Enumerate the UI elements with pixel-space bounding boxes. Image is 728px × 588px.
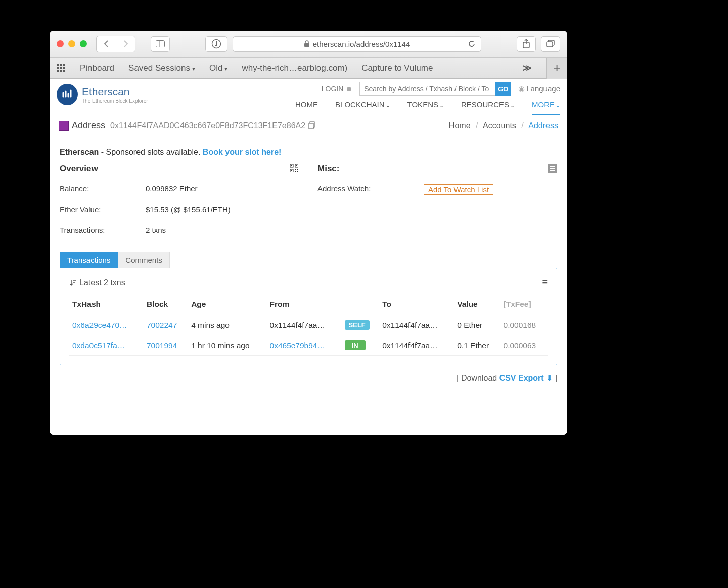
back-button[interactable] <box>97 36 116 52</box>
user-icon: ⏺ <box>345 85 352 93</box>
search-input[interactable] <box>359 82 495 96</box>
url-bar[interactable]: etherscan.io/address/0x1144 <box>233 36 481 52</box>
col-direction <box>342 293 380 315</box>
sponsor-brand: Etherscan <box>60 148 99 156</box>
identicon-icon <box>59 121 69 131</box>
misc-panel: Misc: Address Watch: Add To Watch List <box>317 164 557 240</box>
bookmark-why-the-rich[interactable]: why-the-rich…earblog.com) <box>242 63 347 73</box>
window-controls <box>57 40 87 47</box>
maximize-window-icon[interactable] <box>80 40 87 47</box>
bookmark-old[interactable]: Old▾ <box>209 63 228 73</box>
qr-icon[interactable] <box>290 164 299 173</box>
txhash-link[interactable]: 0xda0c517fa… <box>69 335 144 356</box>
url-text: etherscan.io/address/0x1144 <box>313 40 411 48</box>
nav-resources[interactable]: RESOURCES⌄ <box>461 100 515 115</box>
list-icon[interactable] <box>548 164 557 173</box>
tx-age: 4 mins ago <box>188 315 266 335</box>
new-tab-button[interactable]: + <box>546 58 567 79</box>
transactions-table: TxHash Block Age From To Value [TxFee] 0… <box>69 293 548 356</box>
sidebar-toggle-button[interactable] <box>151 36 170 52</box>
svg-rect-16 <box>296 165 297 166</box>
tabs: Transactions Comments <box>60 252 557 268</box>
login-link[interactable]: LOGIN ⏺ <box>322 85 352 93</box>
site-header: Etherscan The Ethereum Block Explorer LO… <box>50 79 567 113</box>
col-age: Age <box>188 293 266 315</box>
tx-value: 0 Ether <box>454 315 500 335</box>
info-panels: Overview Balance:0.099832 Ether Ether Va… <box>50 164 567 240</box>
address-label: Address <box>72 120 105 131</box>
txns-label: Transactions: <box>60 226 146 234</box>
close-window-icon[interactable] <box>57 40 64 47</box>
tabs-button[interactable] <box>541 36 560 52</box>
direction-badge: SELF <box>345 320 370 330</box>
breadcrumb-current: Address <box>528 121 558 130</box>
svg-rect-15 <box>291 165 292 166</box>
chevron-down-icon: ▾ <box>192 65 195 72</box>
block-link[interactable]: 7002247 <box>144 315 188 335</box>
logo-text: Etherscan The Ethereum Block Explorer <box>82 86 148 104</box>
nav-home[interactable]: HOME <box>295 100 318 115</box>
sponsor-text: - Sponsored slots available. <box>99 148 202 156</box>
block-link[interactable]: 7001994 <box>144 335 188 356</box>
bookmark-capture[interactable]: Capture to Vulume <box>361 63 433 73</box>
panel-menu-icon[interactable]: ≡ <box>542 277 548 288</box>
tx-from[interactable]: 0x465e79b94… <box>267 335 342 356</box>
sponsor-link[interactable]: Book your slot here! <box>203 148 282 156</box>
svg-rect-18 <box>295 169 296 170</box>
col-txhash: TxHash <box>69 293 144 315</box>
tx-direction: IN <box>342 335 380 356</box>
chevron-down-icon: ▾ <box>224 65 228 72</box>
globe-icon: ◉ <box>518 84 525 93</box>
tab-comments[interactable]: Comments <box>118 252 170 268</box>
svg-rect-21 <box>297 171 298 172</box>
share-button[interactable] <box>517 36 536 52</box>
download-suffix: ] <box>553 374 557 382</box>
tx-from: 0x1144f4f7aa… <box>267 315 342 335</box>
nav-tokens[interactable]: TOKENS⌄ <box>407 100 444 115</box>
breadcrumb: Home / Accounts / Address <box>449 121 558 130</box>
bookmark-pinboard[interactable]: Pinboard <box>80 63 114 73</box>
bookmark-saved-sessions[interactable]: Saved Sessions▾ <box>128 63 195 73</box>
download-icon: ⬇ <box>546 374 553 382</box>
forward-button[interactable] <box>116 36 135 52</box>
tab-transactions[interactable]: Transactions <box>60 252 118 268</box>
search-form: GO <box>359 82 511 96</box>
tx-fee: 0.000063 <box>500 335 548 356</box>
page-content: Etherscan The Ethereum Block Explorer LO… <box>50 79 567 435</box>
refresh-icon[interactable] <box>468 40 476 48</box>
tx-age: 1 hr 10 mins ago <box>188 335 266 356</box>
minimize-window-icon[interactable] <box>68 40 75 47</box>
balance-value: 0.099832 Ether <box>146 184 198 193</box>
logo-icon <box>57 84 78 105</box>
chevron-down-icon: ⌄ <box>386 102 390 108</box>
add-watchlist-button[interactable]: Add To Watch List <box>424 184 493 195</box>
svg-rect-0 <box>156 41 165 47</box>
svg-rect-3 <box>216 41 217 45</box>
table-header-row: TxHash Block Age From To Value [TxFee] <box>69 293 548 315</box>
sort-icon[interactable] <box>69 279 76 287</box>
col-fee: [TxFee] <box>500 293 548 315</box>
nav-more[interactable]: MORE⌄ <box>532 100 560 115</box>
txhash-link[interactable]: 0x6a29ce470… <box>69 315 144 335</box>
address-header: Address 0x1144F4f7AAD0C463c667e0F8d73FC1… <box>50 113 567 138</box>
nav-blockchain[interactable]: BLOCKCHAIN⌄ <box>335 100 390 115</box>
direction-badge: IN <box>345 340 366 350</box>
breadcrumb-accounts[interactable]: Accounts <box>483 121 516 130</box>
search-go-button[interactable]: GO <box>495 82 511 96</box>
browser-titlebar: etherscan.io/address/0x1144 <box>50 31 567 58</box>
apps-icon[interactable] <box>57 64 66 73</box>
csv-export-link[interactable]: CSV Export ⬇ <box>499 374 553 382</box>
copy-icon[interactable] <box>308 121 317 130</box>
bookmarks-overflow-icon[interactable]: ≫ <box>523 63 532 73</box>
password-manager-button[interactable] <box>205 36 228 52</box>
download-row: [ Download CSV Export ⬇ ] <box>50 365 567 391</box>
site-logo[interactable]: Etherscan The Ethereum Block Explorer <box>50 79 148 105</box>
misc-title: Misc: <box>317 164 339 174</box>
language-selector[interactable]: ◉Language <box>518 84 560 93</box>
nav-back-forward <box>96 36 135 52</box>
breadcrumb-home[interactable]: Home <box>449 121 471 130</box>
svg-rect-11 <box>309 123 313 129</box>
svg-rect-4 <box>215 45 217 46</box>
overview-title: Overview <box>60 164 98 174</box>
svg-rect-19 <box>297 169 298 170</box>
